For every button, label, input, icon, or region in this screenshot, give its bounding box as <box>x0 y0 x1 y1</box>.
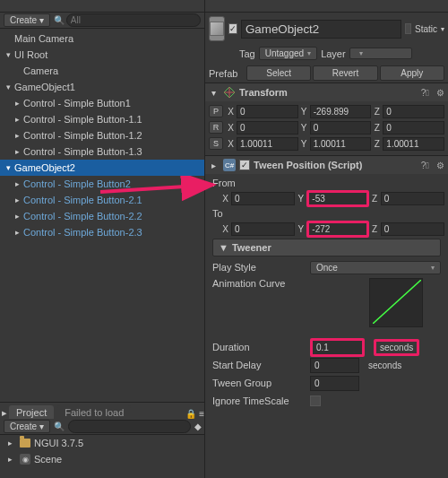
ignore-ts-label: Ignore TimeScale <box>212 395 306 406</box>
rot-x[interactable] <box>237 121 298 135</box>
fold-icon[interactable]: ▸ <box>13 99 22 108</box>
hierarchy-search-input[interactable] <box>66 13 201 27</box>
fold-icon[interactable]: ▸ <box>5 455 14 464</box>
fold-icon[interactable]: ▸ <box>13 228 22 237</box>
search-icon: 🔍 <box>54 422 65 431</box>
play-style-dropdown[interactable]: Once <box>310 261 441 274</box>
create-button[interactable]: Create ▾ <box>4 13 50 27</box>
fold-icon[interactable]: ▸ <box>13 115 22 124</box>
scale-row: S X Y Z <box>209 135 444 152</box>
tree-item[interactable]: ▾UI Root <box>0 47 204 63</box>
tweener-section-header[interactable]: ▼ Tweener <box>212 239 441 256</box>
from-x[interactable] <box>231 192 295 205</box>
prefab-select-button[interactable]: Select <box>246 65 311 81</box>
tree-item-label: Camera <box>23 65 58 76</box>
transform-title: Transform <box>239 87 414 98</box>
rot-y[interactable] <box>310 121 372 135</box>
project-create-button[interactable]: Create ▾ <box>4 420 50 433</box>
start-delay-input[interactable] <box>310 358 359 373</box>
ignore-ts-checkbox[interactable] <box>310 395 321 406</box>
fold-icon[interactable]: ▸ <box>13 212 22 221</box>
tree-item-label: UI Root <box>14 49 47 60</box>
scl-z[interactable] <box>383 137 444 151</box>
gear-icon[interactable]: ⚙ <box>436 161 444 170</box>
inspector-titlebar: Inspector <box>205 0 448 13</box>
from-y[interactable] <box>309 193 366 204</box>
fold-icon: ▼ <box>219 242 228 253</box>
prefab-apply-button[interactable]: Apply <box>380 65 444 81</box>
tree-item-label: Control - Simple Button-2.1 <box>23 195 142 205</box>
gameobject-row: ✓ Static ▾ <box>205 13 448 45</box>
from-z[interactable] <box>381 192 444 205</box>
tree-item[interactable]: ▸Control - Simple Button-1.3 <box>0 143 204 160</box>
inspector-panel: Inspector ✓ Static ▾ Tag Untagged Layer … <box>204 0 448 478</box>
pos-x[interactable] <box>237 105 298 118</box>
transform-component: ▾ Transform ?⃝ ⚙ P X Y Z R X Y Z S <box>205 83 448 155</box>
fold-icon[interactable]: ▾ <box>4 163 13 172</box>
tween-enabled-checkbox[interactable]: ✓ <box>239 160 250 170</box>
list-item-label: Scene <box>34 454 62 465</box>
tree-item[interactable]: ▸Control - Simple Button1 <box>0 95 204 111</box>
tree-item[interactable]: ▸Control - Simple Button-1.1 <box>0 111 204 127</box>
help-icon[interactable]: ?⃝ <box>421 161 429 170</box>
tween-group-input[interactable] <box>310 376 359 391</box>
tree-item-label: Control - Simple Button-2.3 <box>23 227 142 238</box>
tab-project[interactable]: Project <box>9 405 54 419</box>
list-item[interactable]: ▸◉Scene <box>0 451 204 467</box>
gameobject-name-input[interactable] <box>241 20 401 39</box>
tween-component: ▸ C# ✓ Tween Position (Script) ?⃝ ⚙ From… <box>205 155 448 413</box>
position-label[interactable]: P <box>209 105 223 117</box>
fold-icon[interactable]: ▸ <box>13 179 22 188</box>
transform-icon <box>223 86 236 99</box>
animation-curve-field[interactable] <box>369 278 423 327</box>
gameobject-active-checkbox[interactable]: ✓ <box>228 23 237 34</box>
tree-item-label: Main Camera <box>14 33 73 44</box>
prefab-revert-button[interactable]: Revert <box>313 65 377 81</box>
tree-item[interactable]: ▸Control - Simple Button2 <box>0 176 204 192</box>
transform-header[interactable]: ▾ Transform ?⃝ ⚙ <box>205 83 448 101</box>
tree-item[interactable]: ▸Control - Simple Button-2.1 <box>0 192 204 208</box>
fold-icon[interactable]: ▸ <box>5 439 14 448</box>
project-search-input[interactable] <box>68 420 191 433</box>
scl-x[interactable] <box>237 137 298 151</box>
filter-icon[interactable]: ◆ <box>194 422 202 431</box>
tag-dropdown[interactable]: Untagged <box>259 47 317 60</box>
tree-item[interactable]: ▸Control - Simple Button-2.3 <box>0 224 204 240</box>
tree-item[interactable]: ▾GameObject1 <box>0 79 204 95</box>
tree-item[interactable]: ▾GameObject2 <box>0 160 204 176</box>
tree-item-label: Control - Simple Button-1.2 <box>23 130 142 141</box>
pos-z[interactable] <box>383 105 444 118</box>
help-icon[interactable]: ?⃝ <box>421 88 429 98</box>
static-checkbox[interactable] <box>405 23 411 34</box>
pos-y[interactable] <box>310 105 372 118</box>
fold-icon[interactable]: ▾ <box>4 83 13 91</box>
to-y[interactable] <box>309 223 366 235</box>
tree-item[interactable]: ▸Control - Simple Button-2.2 <box>0 208 204 224</box>
start-delay-suffix: seconds <box>368 361 401 370</box>
scale-label[interactable]: S <box>209 137 223 150</box>
tab-failed[interactable]: Failed to load <box>57 405 131 419</box>
layer-dropdown[interactable] <box>349 48 412 59</box>
scl-y[interactable] <box>310 137 372 151</box>
play-style-row: Play Style Once <box>209 258 444 276</box>
static-dropdown-icon[interactable]: ▾ <box>441 25 444 33</box>
fold-icon[interactable]: ▾ <box>4 50 13 59</box>
fold-icon[interactable]: ▸ <box>13 196 22 204</box>
rot-z[interactable] <box>383 121 444 135</box>
fold-icon[interactable]: ▸ <box>13 131 22 140</box>
to-x[interactable] <box>231 222 295 236</box>
lock-icon[interactable]: 🔒 ≡ <box>185 409 204 419</box>
tween-header[interactable]: ▸ C# ✓ Tween Position (Script) ?⃝ ⚙ <box>205 156 448 174</box>
gear-icon[interactable]: ⚙ <box>436 88 444 98</box>
fold-icon[interactable]: ▸ <box>13 147 22 156</box>
tree-item[interactable]: Camera <box>0 63 204 79</box>
to-z[interactable] <box>381 222 444 236</box>
play-style-label: Play Style <box>212 262 306 273</box>
rotation-label[interactable]: R <box>209 121 223 134</box>
tree-item[interactable]: Main Camera <box>0 30 204 47</box>
hierarchy-titlebar: Hierarchy <box>0 0 204 13</box>
list-item[interactable]: ▸NGUI 3.7.5 <box>0 435 204 451</box>
tree-item-label: Control - Simple Button1 <box>23 98 131 109</box>
duration-input[interactable] <box>313 341 362 354</box>
tree-item[interactable]: ▸Control - Simple Button-1.2 <box>0 127 204 143</box>
